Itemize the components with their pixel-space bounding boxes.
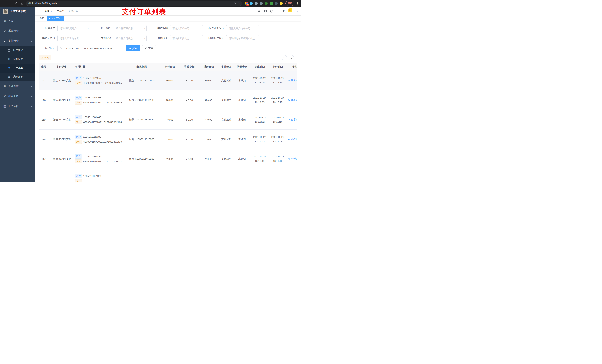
- extension-icon[interactable]: [260, 2, 263, 5]
- sidebar-item-payment[interactable]: ¥ 支付管理 ▴: [0, 36, 35, 46]
- chevron-down-icon: ▾: [31, 105, 32, 108]
- tab-home[interactable]: 首页: [38, 16, 46, 21]
- help-icon[interactable]: ?: [270, 10, 273, 13]
- create-time-range-picker[interactable]: 2021-10-01 00:00:00 - 2021-10-31 23:59:5…: [57, 45, 118, 52]
- app-no-select[interactable]: ▾: [114, 25, 147, 31]
- user-avatar[interactable]: [288, 8, 294, 14]
- sidebar-item-infrastructure[interactable]: ⊞ 基础设施 ▾: [0, 81, 35, 91]
- browser-chrome: ← → ⓘ localhost:1024/pay/order ☆ 10 ✓ 更新…: [0, 0, 301, 7]
- refund-status-select[interactable]: ▾: [170, 35, 203, 42]
- merchant-tag: 商户: [75, 76, 82, 80]
- view-detail-link[interactable]: 查看详情: [288, 118, 297, 121]
- pay-tag: 支付: [75, 101, 82, 105]
- sidebar-item-app-info[interactable]: ▦ 应用信息: [0, 55, 35, 64]
- github-icon[interactable]: [264, 10, 267, 13]
- tab-pay-order[interactable]: 支付订单 ×: [47, 16, 64, 21]
- merchant-order-no-input[interactable]: [226, 25, 259, 31]
- forward-icon[interactable]: →: [8, 2, 12, 5]
- fullscreen-icon[interactable]: [276, 10, 280, 13]
- breadcrumb-section[interactable]: 支付管理: [54, 10, 64, 13]
- search-icon: [288, 79, 290, 82]
- monitor-icon: ⊞: [3, 85, 6, 88]
- search-icon: [288, 138, 290, 140]
- update-button[interactable]: 更新: [285, 1, 294, 6]
- pay-status-select[interactable]: ▾: [114, 35, 147, 42]
- refresh-icon: [290, 57, 293, 59]
- search-button[interactable]: 搜索: [126, 45, 140, 52]
- pay-tag: 支付: [75, 159, 82, 164]
- sidebar-item-workflow[interactable]: ▥ 工作流程 ▾: [0, 101, 35, 111]
- workflow-icon: ▥: [3, 105, 6, 108]
- table-row: 118 微信 JSAPI 支付 商户1635311823086 支付420000…: [39, 129, 297, 149]
- download-icon: [41, 57, 43, 59]
- merchant-label: 所属商户: [39, 27, 57, 30]
- view-detail-link[interactable]: 查看详情: [288, 98, 297, 102]
- merchant-select[interactable]: ▾: [57, 25, 90, 31]
- pay-tag: 支付: [75, 179, 82, 182]
- gear-icon: ⚙: [3, 29, 6, 32]
- view-detail-link[interactable]: 查看详情: [288, 79, 297, 82]
- navbar-actions: ? TT ▾: [258, 8, 298, 14]
- merchant-tag: 商户: [75, 135, 82, 139]
- breadcrumb-home[interactable]: 首页: [44, 10, 50, 13]
- extension-icon[interactable]: [255, 2, 258, 5]
- extension-icon[interactable]: [270, 2, 273, 5]
- col-action: 操作: [286, 63, 297, 71]
- refresh-table-button[interactable]: [289, 55, 294, 60]
- channel-order-no-input[interactable]: [57, 35, 90, 42]
- extension-icon[interactable]: [250, 2, 253, 5]
- font-size-icon[interactable]: TT: [283, 10, 285, 12]
- extensions-area: 10 ✓: [244, 2, 284, 5]
- table-row: 117 微信 JSAPI 支付 商户1635311468233 支付420000…: [39, 149, 297, 169]
- extension-icon[interactable]: [280, 2, 283, 5]
- chevron-down-icon[interactable]: ▾: [297, 10, 298, 12]
- merchant-tag: 商户: [75, 115, 82, 119]
- refund-status-label: 退款状态: [151, 37, 170, 40]
- filter-form: 所属商户 ▾ 应用编号 ▾ 渠道编码: [39, 25, 297, 52]
- search-icon: [129, 47, 131, 50]
- sidebar-item-home[interactable]: ◉ 首页: [0, 16, 35, 26]
- search-icon[interactable]: [258, 10, 261, 13]
- chevron-down-icon: ▾: [31, 85, 32, 88]
- extension-icon[interactable]: 10: [245, 2, 248, 5]
- app-logo: 芋道管理系统: [0, 7, 35, 16]
- sidebar-item-system[interactable]: ⚙ 系统管理 ▾: [0, 26, 35, 36]
- export-button[interactable]: 导出: [39, 55, 51, 60]
- sidebar-item-refund-order[interactable]: ▣ 退款订单: [0, 73, 35, 81]
- col-notify: 回调状态: [234, 63, 250, 71]
- view-detail-link[interactable]: 查看详情: [288, 157, 297, 161]
- callback-status-label: 回调商户状态: [208, 37, 226, 40]
- sidebar: 芋道管理系统 ◉ 首页 ⚙ 系统管理 ▾ ¥ 支付管理 ▴ ▤ 商户信息: [0, 7, 35, 182]
- browser-menu-icon[interactable]: ⋮: [296, 2, 299, 5]
- sidebar-item-devtools[interactable]: ⚒ 研发工具 ▾: [0, 91, 35, 101]
- sidebar-item-merchant-info[interactable]: ▤ 商户信息: [0, 46, 35, 55]
- share-icon[interactable]: [233, 2, 236, 5]
- site-info-icon[interactable]: ⓘ: [28, 2, 31, 5]
- sidebar-item-pay-order[interactable]: ◎ 支付订单: [0, 64, 35, 73]
- callback-status-select[interactable]: ▾: [226, 35, 259, 42]
- channel-code-input[interactable]: ▾: [170, 25, 203, 31]
- reload-icon[interactable]: [14, 2, 18, 5]
- card-icon: ▤: [7, 49, 11, 52]
- col-refund: 退款金额: [199, 63, 218, 71]
- toggle-search-button[interactable]: [282, 55, 287, 60]
- close-icon[interactable]: ×: [61, 17, 63, 20]
- col-order: 支付订单: [71, 63, 123, 71]
- merchant-tag: 商户: [75, 174, 82, 178]
- extension-icon[interactable]: [275, 2, 278, 5]
- app-title: 芋道管理系统: [10, 10, 26, 13]
- yen-icon: ¥: [3, 39, 6, 42]
- col-pay-time: 支付时间: [269, 63, 286, 71]
- back-icon[interactable]: ←: [2, 2, 6, 5]
- table-header-row: 编号 支付渠道 支付订单 商品标题 支付金额 手续金额 退款金额 支付状态 回调…: [39, 63, 297, 71]
- col-fee: 手续金额: [180, 63, 199, 71]
- bookmark-star-icon[interactable]: ☆: [237, 2, 240, 5]
- channel-order-no-label: 渠道订单号: [39, 37, 57, 40]
- home-icon[interactable]: [20, 2, 24, 5]
- reset-button[interactable]: 重置: [142, 45, 156, 52]
- view-detail-link[interactable]: 查看详情: [288, 138, 297, 141]
- address-bar[interactable]: ⓘ localhost:1024/pay/order ☆: [26, 1, 242, 6]
- tags-view: 首页 支付订单 ×: [35, 16, 301, 21]
- extension-icon[interactable]: ✓: [265, 2, 268, 5]
- sidebar-toggle-icon[interactable]: [38, 10, 42, 13]
